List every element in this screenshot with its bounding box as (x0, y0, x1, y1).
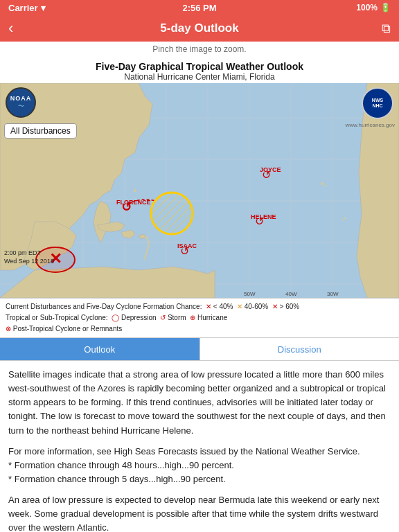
carrier-label: Carrier (8, 3, 38, 13)
timestamp-line1: 2:00 pm EDT (4, 249, 54, 258)
svg-text:ISAAC: ISAAC (177, 242, 197, 249)
battery-label: 100% (356, 3, 378, 12)
back-button[interactable]: ‹ (8, 19, 13, 37)
status-right: 100% 🔋 (356, 3, 391, 12)
status-left: Carrier ▾ (8, 3, 46, 13)
wifi-icon: ▾ (41, 3, 46, 13)
nhc-logo: NWSNHC (362, 87, 393, 119)
tab-discussion[interactable]: Discussion (200, 338, 400, 360)
svg-point-33 (134, 189, 136, 192)
svg-point-43 (152, 194, 191, 233)
content-paragraph-1: Satellite images indicate that a strong … (8, 368, 391, 438)
layers-icon[interactable]: ⧉ (382, 21, 391, 36)
all-disturbances-button[interactable]: All Disturbances (4, 123, 77, 139)
timestamp-line2: Wed Sep 12 2018 (4, 257, 54, 266)
nav-bar: ‹ 5-day Outlook ⧉ (0, 15, 399, 42)
svg-point-29 (321, 182, 323, 185)
legend-line1: Current Disturbances and Five-Day Cyclon… (6, 301, 393, 312)
map-area: NOAA 〜 NWSNHC www.hurricanes.gov 45N (0, 83, 399, 298)
noaa-logo: NOAA 〜 (6, 87, 36, 118)
battery-icon: 🔋 (380, 3, 391, 12)
map-header: Five-Day Graphical Tropical Weather Outl… (0, 57, 399, 83)
svg-text:50W: 50W (244, 291, 256, 297)
legend-line3: ⊗ Post-Tropical Cyclone or Remnants (6, 323, 393, 335)
content-text: Satellite images indicate that a strong … (8, 368, 391, 532)
legend-line2: Tropical or Sub-Tropical Cyclone: ◯ Depr… (6, 312, 393, 323)
nav-title: 5-day Outlook (160, 21, 238, 35)
map-svg: 45N 35N 25N 15N 5N 100W 90W 80W 70W 60W … (0, 83, 399, 298)
svg-point-30 (325, 185, 327, 187)
svg-text:40W: 40W (285, 291, 297, 297)
content-paragraph-2: For more information, see High Seas Fore… (8, 445, 391, 486)
svg-text:FLORENCE: FLORENCE (116, 199, 151, 206)
map-subtitle: National Hurricane Center Miami, Florida (0, 72, 399, 82)
watermark: www.hurricanes.gov (345, 122, 395, 128)
svg-point-31 (344, 218, 346, 220)
map-legend: Current Disturbances and Five-Day Cyclon… (0, 298, 399, 337)
content-paragraph-3: An area of low pressure is expected to d… (8, 493, 391, 532)
content-area[interactable]: Satellite images indicate that a strong … (0, 361, 399, 532)
tab-outlook[interactable]: Outlook (0, 338, 200, 360)
map-timestamp: 2:00 pm EDT Wed Sep 12 2018 (4, 249, 54, 266)
svg-text:30W: 30W (327, 291, 339, 297)
map-title: Five-Day Graphical Tropical Weather Outl… (0, 61, 399, 72)
svg-text:JOYCE: JOYCE (260, 166, 281, 173)
svg-point-32 (342, 220, 344, 221)
status-time: 2:56 PM (182, 3, 216, 13)
status-bar: Carrier ▾ 2:56 PM 100% 🔋 (0, 0, 399, 15)
pinch-hint: Pinch the image to zoom. (0, 42, 399, 57)
svg-text:HELENE: HELENE (251, 213, 276, 220)
tab-bar: Outlook Discussion (0, 337, 399, 361)
